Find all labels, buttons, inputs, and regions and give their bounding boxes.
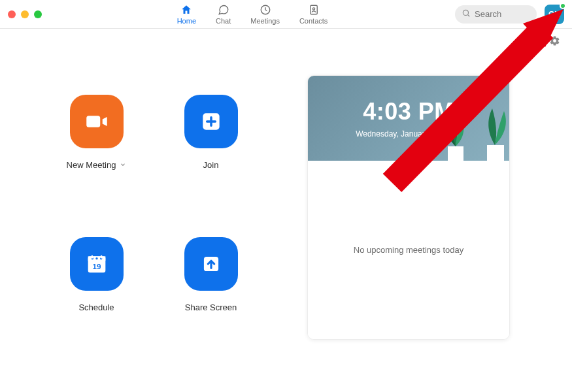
video-icon [70, 95, 124, 148]
svg-rect-11 [91, 255, 93, 258]
window-controls [8, 10, 42, 18]
fullscreen-window-button[interactable] [34, 10, 42, 18]
presence-dot [560, 3, 566, 9]
calendar-icon: 19 [70, 237, 124, 291]
tab-contacts[interactable]: Contacts [299, 4, 328, 25]
new-meeting-label-row: New Meeting [67, 160, 127, 170]
svg-point-9 [95, 257, 97, 259]
share-icon [184, 237, 238, 291]
tab-label: Meetings [250, 17, 280, 25]
settings-row [0, 29, 572, 49]
info-panel: 4:03 PM Wednesday, January 27, 2021 No u… [307, 75, 510, 340]
action-label: Join [203, 160, 219, 170]
join-button[interactable]: Join [154, 95, 268, 198]
action-label: Schedule [78, 302, 114, 312]
main-area: New Meeting Join [0, 49, 572, 340]
minimize-window-button[interactable] [21, 10, 29, 18]
plant-decoration [477, 101, 510, 161]
tab-label: Chat [216, 17, 231, 25]
tab-label: Contacts [299, 17, 328, 25]
avatar-initials: OK [548, 10, 560, 19]
chevron-down-icon[interactable] [120, 160, 126, 170]
plus-icon [184, 95, 238, 148]
svg-point-3 [463, 10, 468, 15]
svg-rect-16 [487, 145, 504, 161]
tab-meetings[interactable]: Meetings [250, 4, 280, 25]
title-bar: Home Chat Meetings Contacts [0, 0, 572, 29]
svg-rect-15 [448, 146, 463, 161]
tab-label: Home [177, 17, 196, 25]
share-screen-button[interactable]: Share Screen [154, 237, 268, 340]
search-box[interactable] [455, 5, 537, 24]
svg-rect-4 [86, 116, 100, 127]
chat-icon [218, 4, 229, 16]
contacts-icon [308, 4, 320, 16]
action-label: New Meeting [67, 160, 116, 170]
tab-chat[interactable]: Chat [216, 4, 231, 25]
settings-button[interactable] [549, 35, 560, 49]
svg-rect-12 [100, 255, 102, 258]
gear-icon [549, 35, 560, 46]
profile-avatar[interactable]: OK [545, 5, 564, 24]
search-icon [462, 8, 471, 20]
svg-point-2 [312, 7, 314, 9]
clock-icon [260, 4, 271, 16]
info-header: 4:03 PM Wednesday, January 27, 2021 [308, 76, 509, 161]
toolbar-right: OK [455, 5, 564, 24]
main-nav-tabs: Home Chat Meetings Contacts [177, 4, 328, 25]
tab-home[interactable]: Home [177, 4, 196, 25]
upcoming-meetings: No upcoming meetings today [308, 161, 509, 339]
close-window-button[interactable] [8, 10, 16, 18]
action-label: Share Screen [185, 302, 237, 312]
schedule-button[interactable]: 19 Schedule [39, 237, 154, 340]
plant-decoration [436, 108, 475, 161]
actions-panel: New Meeting Join [0, 75, 307, 340]
upcoming-empty-message: No upcoming meetings today [354, 245, 463, 255]
svg-text:19: 19 [92, 262, 101, 270]
new-meeting-button[interactable]: New Meeting [39, 95, 154, 198]
home-icon [180, 4, 192, 16]
search-input[interactable] [475, 9, 530, 19]
